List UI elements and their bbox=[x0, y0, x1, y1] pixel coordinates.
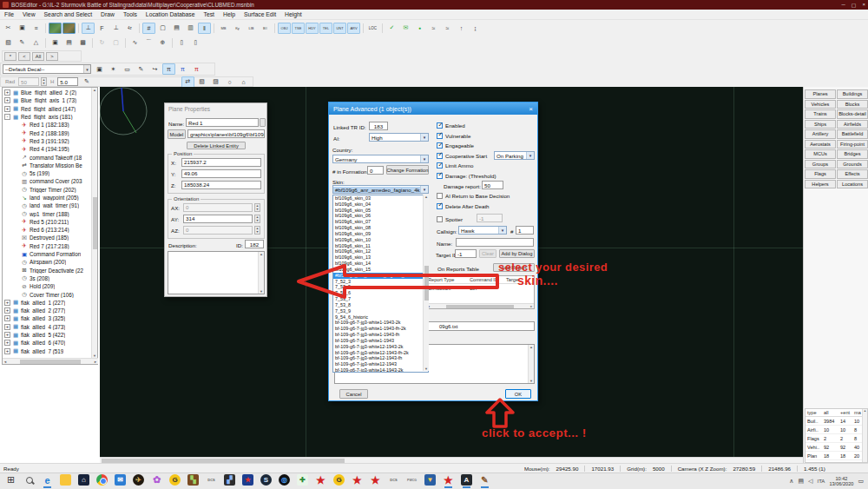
formation-count-field[interactable]: 0 bbox=[367, 166, 384, 175]
tree-item-flak-allied-3-325[interactable]: +▦flak_allied_3 (325) bbox=[3, 314, 91, 322]
tree-item-blue-flight-allied-2-2[interactable]: +▦Blue_flight_allied_2 (2) bbox=[3, 89, 91, 96]
decal-shape-button[interactable]: ▭ bbox=[121, 63, 134, 75]
orientation-az-field[interactable]: 0 bbox=[183, 226, 253, 235]
expander-icon[interactable]: + bbox=[4, 300, 10, 306]
tree-item-flak-allied-6-470[interactable]: +▦flak_allied_6 (470) bbox=[3, 339, 91, 347]
checkbox-ai-return-to-base-decision[interactable]: AI Return to Base Decision bbox=[437, 192, 510, 200]
plane-name-field[interactable] bbox=[456, 238, 534, 247]
country-combobox[interactable]: Germany▾ bbox=[332, 155, 429, 163]
pi-tool-1-button[interactable]: π bbox=[162, 63, 175, 75]
object-category-grounds[interactable]: Grounds bbox=[837, 160, 868, 169]
rad-stepper[interactable]: ▲▼ bbox=[41, 77, 47, 86]
g-app-2-taskbar-button[interactable]: G bbox=[332, 473, 345, 489]
menu-help[interactable]: Help bbox=[219, 11, 240, 17]
tree-item-red-flight-axis-181[interactable]: -▦Red_flight_axis (181) bbox=[3, 113, 91, 121]
skin-list-item[interactable]: bf109g6_skin_11 bbox=[333, 243, 428, 249]
skin-list-item[interactable]: bf-109-g6-7-jg3-white12-1943-fh bbox=[333, 355, 428, 361]
orientation-ay-field[interactable]: 314 bbox=[183, 215, 253, 223]
name-field[interactable]: Red 1 bbox=[186, 118, 259, 127]
mcu-tse-button[interactable]: TSE bbox=[292, 23, 305, 34]
il2-editor-taskbar-button[interactable]: A bbox=[460, 473, 473, 489]
expander-icon[interactable]: + bbox=[4, 97, 10, 103]
decal-combobox[interactable]: --Default Decal-- ▾ bbox=[3, 64, 91, 74]
tree-item-wp1-timer-188[interactable]: ◷wp1_timer (188) bbox=[3, 209, 91, 217]
description-textarea[interactable]: ▲▼ bbox=[168, 251, 265, 294]
node-tool-button[interactable]: ⊕ bbox=[156, 37, 169, 49]
menu-test[interactable]: Test bbox=[200, 11, 219, 17]
texture-tool-button[interactable]: ▧ bbox=[2, 37, 15, 49]
green-cross-app-taskbar-button[interactable]: ✚ bbox=[296, 473, 309, 489]
tree-item-5s-199[interactable]: ◷5s (199) bbox=[3, 169, 91, 177]
skin-list-item[interactable]: bf-109-g6-7-jg3-white12-1943-2k bbox=[333, 344, 428, 350]
spline-tool-button[interactable]: ∿ bbox=[128, 37, 141, 49]
strategy-game-taskbar-button[interactable]: ▚ bbox=[187, 473, 200, 489]
linked-tr-field[interactable]: 183 bbox=[369, 122, 388, 130]
skin-list-item[interactable]: bf-109-g6-7-jg3-white12-1943-fh-2k bbox=[333, 350, 428, 356]
add-by-dialog-button[interactable]: Add by Dialog bbox=[499, 249, 535, 258]
antenna-tool-1-button[interactable]: ↑ bbox=[455, 23, 468, 34]
checkbox-engageable[interactable]: ✓Engageable bbox=[437, 142, 474, 149]
damage-report-field[interactable]: 50 bbox=[482, 181, 503, 189]
tree-item-airspawn-200[interactable]: ◷Airspawn (200) bbox=[3, 258, 91, 266]
tree-item-land-waypoint-205[interactable]: ↘land_waypoint (205) bbox=[3, 194, 91, 202]
brush-pen-icon[interactable]: ✎ bbox=[80, 76, 93, 88]
tree-item-land-wait-timer-91[interactable]: ◷land_wait_timer (91) bbox=[3, 202, 91, 209]
expander-icon[interactable]: + bbox=[4, 340, 10, 346]
pattern-tool-button[interactable]: ▩ bbox=[76, 37, 89, 49]
checkbox-vulnerable[interactable]: ✓Vulnerable bbox=[437, 132, 470, 140]
image-tool-1-button[interactable]: ▣ bbox=[49, 37, 62, 49]
object-category-vehicles[interactable]: Vehicles bbox=[805, 100, 836, 109]
cut-button[interactable]: ✂ bbox=[2, 23, 15, 34]
skin-list-item[interactable]: 7_53_8 bbox=[333, 302, 428, 308]
circle-tool-button[interactable]: ○ bbox=[223, 76, 236, 88]
expander-icon[interactable]: + bbox=[4, 307, 10, 314]
tree-item-flak-allied-7-519[interactable]: +▦flak_allied_7 (519 bbox=[3, 347, 91, 355]
skin-list-item[interactable]: bf-109-g6-7-jg3-white1-1943-fh-2k bbox=[333, 326, 428, 332]
network-icon[interactable]: ▤ bbox=[798, 478, 804, 485]
checkbox-delete-after-death[interactable]: ✓Delete After Death bbox=[437, 202, 490, 210]
tree-item-red-7-217-218[interactable]: ✈Red 7 (217:218) bbox=[3, 242, 91, 250]
slope-tool-1-button[interactable]: ▧ bbox=[195, 76, 208, 88]
skin-list-item[interactable]: bf109g6_skin_08 bbox=[333, 225, 428, 231]
orientation-ax-field[interactable]: 0 bbox=[183, 203, 253, 212]
tree-item-flak-allied-2-277[interactable]: +▦flak_allied_2 (277) bbox=[3, 307, 91, 314]
expander-icon[interactable]: + bbox=[4, 89, 10, 96]
menu-location-database[interactable]: Location Database bbox=[141, 11, 200, 17]
il2-game-taskbar-button[interactable]: ✈ bbox=[132, 473, 145, 489]
skin-list-item[interactable]: bf109g6_skin_13 bbox=[333, 254, 428, 261]
tree-item-command-formation[interactable]: ▣Command Formation bbox=[3, 250, 91, 258]
object-category-airfields[interactable]: Airfields bbox=[837, 120, 868, 129]
red-star-app-3-taskbar-button[interactable]: ★ bbox=[369, 473, 382, 489]
store-taskbar-button[interactable]: ⌂ bbox=[77, 473, 90, 489]
skin-list-item[interactable]: bf109g6_skin_03 bbox=[333, 195, 428, 202]
tray-expand-icon[interactable]: ∧ bbox=[789, 478, 793, 485]
tree-item-trigger-timer-202[interactable]: ◷Trigger Timer (202) bbox=[3, 186, 91, 194]
object-category-bridges[interactable]: Bridges bbox=[837, 149, 868, 159]
object-category-artillery[interactable]: Artillery bbox=[805, 129, 836, 139]
decal-apply-button[interactable]: ↪ bbox=[148, 63, 161, 75]
tree-item-flak-allied-4-373[interactable]: +▦flak_allied_4 (373) bbox=[3, 323, 91, 331]
star-blue-app-taskbar-button[interactable]: ★ bbox=[241, 473, 254, 489]
airfield-tool-1-button[interactable]: ≈ bbox=[427, 23, 440, 34]
copy-button[interactable]: ▣ bbox=[16, 23, 29, 34]
all-button[interactable]: All bbox=[32, 52, 44, 61]
ax-stepper[interactable]: ▲▼ bbox=[254, 203, 260, 212]
object-category-effects[interactable]: Effects bbox=[837, 169, 868, 179]
decal-image-button[interactable]: ▣ bbox=[93, 63, 106, 75]
loc-button[interactable]: LOC bbox=[366, 23, 379, 34]
edge-taskbar-button[interactable]: e bbox=[41, 473, 54, 489]
expander-icon[interactable]: + bbox=[4, 348, 10, 354]
dcs-2-taskbar-button[interactable]: DCS bbox=[387, 473, 400, 489]
change-formation-button[interactable]: Change Formation bbox=[386, 165, 429, 175]
reports-scrollbar[interactable]: ◄► bbox=[426, 303, 534, 308]
skin-list-item[interactable]: bf-109-g6-7-jg3-white14-1943-2k bbox=[333, 367, 428, 373]
save-tool-taskbar-button[interactable]: ▼ bbox=[424, 473, 437, 489]
object-category-locations[interactable]: Locations bbox=[837, 180, 868, 189]
maximize-icon[interactable]: ▢ bbox=[852, 2, 857, 8]
mcu-mb-button[interactable]: MB bbox=[217, 23, 230, 34]
frame-tool-button[interactable]: ▢ bbox=[156, 23, 169, 34]
pwcg-taskbar-button[interactable]: PWCG bbox=[405, 473, 418, 489]
ground-tool-button[interactable]: ⊥ bbox=[109, 23, 122, 34]
rad-input[interactable] bbox=[18, 77, 39, 86]
skin-list-item[interactable]: bf109g6_skin_09 bbox=[333, 231, 428, 237]
